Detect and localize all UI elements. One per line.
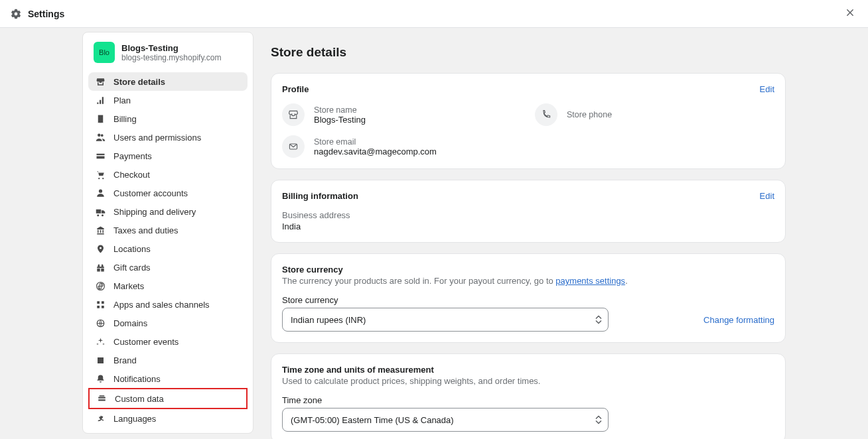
timezone-description: Used to calculate product prices, shippi… xyxy=(282,376,774,386)
sidebar-item-domains[interactable]: Domains xyxy=(88,314,248,332)
cart-icon xyxy=(95,169,106,180)
profile-label: Store name xyxy=(314,105,366,115)
topbar-left: Settings xyxy=(11,9,64,19)
chart-icon xyxy=(95,95,106,105)
phone-icon xyxy=(535,103,557,126)
sidebar-item-customer-accounts[interactable]: Customer accounts xyxy=(88,184,248,202)
sidebar-item-markets[interactable]: Markets xyxy=(88,277,248,295)
store-info: Blogs-Testing blogs-testing.myshopify.co… xyxy=(121,43,222,62)
close-button[interactable] xyxy=(843,5,857,22)
sidebar-item-label: Locations xyxy=(113,244,151,254)
card-title-currency: Store currency xyxy=(282,265,774,275)
profile-label: Store email xyxy=(314,137,437,147)
sidebar: Blo Blogs-Testing blogs-testing.myshopif… xyxy=(82,32,253,434)
apps-icon xyxy=(95,299,106,310)
card-timezone: Time zone and units of measurement Used … xyxy=(271,353,786,439)
nav-list: Store details Plan Billing Users and per… xyxy=(88,72,248,428)
mail-icon xyxy=(282,135,305,158)
sidebar-item-label: Shipping and delivery xyxy=(113,207,196,217)
sidebar-item-languages[interactable]: Languages xyxy=(88,409,248,428)
main: Store details Profile Edit Store name Bl… xyxy=(271,32,786,439)
page-body: Blo Blogs-Testing blogs-testing.myshopif… xyxy=(0,28,868,439)
currency-select-value: Indian rupees (INR) xyxy=(282,308,609,332)
card-billing: Billing information Edit Business addres… xyxy=(271,180,786,243)
store-avatar: Blo xyxy=(94,42,115,63)
truck-icon xyxy=(95,206,106,217)
billing-address-value: India xyxy=(282,221,774,231)
sidebar-item-label: Languages xyxy=(113,414,156,424)
sidebar-item-label: Taxes and duties xyxy=(113,225,179,235)
store-icon xyxy=(282,103,305,126)
payments-settings-link[interactable]: payments settings xyxy=(555,276,625,286)
sidebar-item-brand[interactable]: Brand xyxy=(88,351,248,369)
sidebar-item-store-details[interactable]: Store details xyxy=(88,72,248,91)
sidebar-item-label: Plan xyxy=(113,95,131,105)
change-formatting-link[interactable]: Change formatting xyxy=(703,315,774,325)
globe-icon xyxy=(95,281,106,291)
receipt-icon xyxy=(95,113,106,124)
sidebar-item-users[interactable]: Users and permissions xyxy=(88,128,248,147)
sidebar-item-label: Users and permissions xyxy=(113,133,201,143)
profile-value: Blogs-Testing xyxy=(314,115,366,125)
sidebar-item-label: Apps and sales channels xyxy=(113,300,210,310)
profile-label: Store phone xyxy=(567,110,612,119)
store-header: Blo Blogs-Testing blogs-testing.myshopif… xyxy=(88,38,248,70)
sidebar-item-plan[interactable]: Plan xyxy=(88,91,248,109)
page-title: Store details xyxy=(271,45,786,60)
container: Blo Blogs-Testing blogs-testing.myshopif… xyxy=(82,32,786,439)
store-icon xyxy=(95,76,106,87)
spark-icon xyxy=(95,336,106,347)
chevron-updown-icon xyxy=(595,316,602,324)
gift-icon xyxy=(95,262,106,273)
pin-icon xyxy=(95,243,106,254)
timezone-field-label: Time zone xyxy=(282,395,774,405)
sidebar-item-custom-data[interactable]: Custom data xyxy=(88,388,248,409)
language-icon xyxy=(95,413,106,424)
sidebar-item-shipping[interactable]: Shipping and delivery xyxy=(88,202,248,221)
chevron-updown-icon xyxy=(595,416,602,424)
profile-store-name: Store name Blogs-Testing xyxy=(282,103,522,126)
sidebar-item-notifications[interactable]: Notifications xyxy=(88,369,248,388)
sidebar-item-label: Billing xyxy=(113,114,137,124)
card-profile: Profile Edit Store name Blogs-Testing xyxy=(271,73,786,169)
brand-icon xyxy=(95,355,106,365)
sidebar-item-label: Gift cards xyxy=(113,263,151,273)
sidebar-item-apps[interactable]: Apps and sales channels xyxy=(88,295,248,314)
gear-icon xyxy=(11,9,21,19)
sidebar-item-customer-events[interactable]: Customer events xyxy=(88,332,248,351)
sidebar-item-label: Checkout xyxy=(113,170,150,180)
tax-icon xyxy=(95,225,106,235)
edit-profile-link[interactable]: Edit xyxy=(760,84,774,94)
profile-store-email: Store email nagdev.savita@magecomp.com xyxy=(282,135,522,158)
sidebar-item-locations[interactable]: Locations xyxy=(88,239,248,258)
sidebar-item-label: Domains xyxy=(113,318,147,328)
timezone-select-value: (GMT-05:00) Eastern Time (US & Canada) xyxy=(282,408,609,432)
store-domain: blogs-testing.myshopify.com xyxy=(121,53,222,62)
sidebar-item-label: Payments xyxy=(113,151,152,161)
sidebar-item-gift-cards[interactable]: Gift cards xyxy=(88,258,248,277)
timezone-select[interactable]: (GMT-05:00) Eastern Time (US & Canada) xyxy=(282,408,609,432)
sidebar-item-label: Customer accounts xyxy=(113,188,188,198)
person-icon xyxy=(95,188,106,198)
sidebar-item-label: Brand xyxy=(113,355,137,365)
sidebar-item-checkout[interactable]: Checkout xyxy=(88,165,248,184)
card-currency: Store currency The currency your product… xyxy=(271,253,786,343)
topbar: Settings xyxy=(0,0,868,28)
data-icon xyxy=(96,393,107,404)
sidebar-item-label: Custom data xyxy=(115,394,164,404)
edit-billing-link[interactable]: Edit xyxy=(760,191,774,201)
domain-icon xyxy=(95,318,106,328)
card-title-timezone: Time zone and units of measurement xyxy=(282,365,774,375)
bell-icon xyxy=(95,373,106,384)
sidebar-item-payments[interactable]: Payments xyxy=(88,147,248,165)
sidebar-item-billing[interactable]: Billing xyxy=(88,109,248,128)
card-icon xyxy=(95,151,106,161)
sidebar-item-label: Store details xyxy=(113,77,165,87)
store-name: Blogs-Testing xyxy=(121,43,222,53)
sidebar-item-label: Customer events xyxy=(113,337,179,347)
sidebar-item-taxes[interactable]: Taxes and duties xyxy=(88,221,248,239)
currency-description: The currency your products are sold in. … xyxy=(282,276,774,286)
sidebar-item-label: Notifications xyxy=(113,374,161,384)
currency-select[interactable]: Indian rupees (INR) xyxy=(282,308,609,332)
users-icon xyxy=(95,132,106,143)
